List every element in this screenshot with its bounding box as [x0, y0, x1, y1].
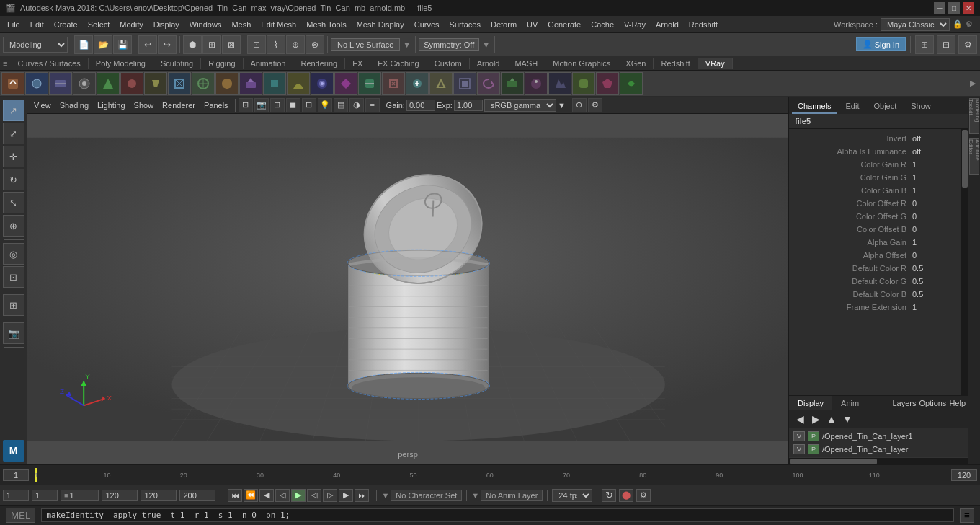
vp-icon-fog[interactable]: ≡ — [365, 98, 380, 112]
shelf-tab-motion-graphics[interactable]: Motion Graphics — [545, 58, 618, 69]
lasso-button[interactable]: ⊠ — [222, 35, 241, 54]
timeline-ruler[interactable]: 1102030405060708090100110120 — [0, 465, 980, 485]
close-button[interactable]: ✕ — [963, 2, 974, 14]
modeling-mode-dropdown[interactable]: Modeling — [3, 37, 68, 53]
maximize-button[interactable]: □ — [948, 2, 960, 14]
attributes-scrollbar[interactable] — [961, 129, 968, 395]
vp-icon-shadow[interactable]: ▤ — [334, 98, 348, 112]
live-surface-button[interactable]: No Live Surface — [331, 38, 400, 51]
scale-tool-button[interactable]: ⤡ — [3, 192, 24, 213]
select-tool-button[interactable]: ↗ — [3, 100, 24, 121]
range-end-input[interactable] — [141, 490, 177, 501]
shelf-icon-5[interactable] — [97, 72, 120, 95]
shelf-icon-18[interactable] — [406, 72, 429, 95]
shelf-icon-1[interactable] — [1, 72, 24, 95]
shelf-tab-custom[interactable]: Custom — [427, 58, 470, 69]
attr-value[interactable]: 1 — [912, 238, 956, 247]
menu-redshift[interactable]: Redshift — [685, 19, 722, 30]
command-input[interactable] — [41, 508, 954, 522]
minimize-button[interactable]: ─ — [934, 2, 945, 14]
menu-mesh[interactable]: Mesh — [227, 19, 255, 30]
fps-dropdown[interactable]: 24 fps 25 fps 30 fps — [552, 489, 592, 502]
vp-menu-renderer[interactable]: Renderer — [159, 100, 199, 110]
select-by-hierarchy-button[interactable]: ⬢ — [183, 35, 202, 54]
snap-curve-button[interactable]: ⌇ — [267, 35, 285, 54]
layer-back-button[interactable]: ◀ — [793, 412, 806, 425]
attr-value[interactable]: 0 — [912, 225, 956, 234]
vp-menu-panels[interactable]: Panels — [200, 100, 232, 110]
show-manipulator-button[interactable]: ⊞ — [3, 294, 24, 316]
menu-mesh-display[interactable]: Mesh Display — [352, 19, 409, 30]
shelf-tab-rigging[interactable]: Rigging — [201, 58, 243, 69]
next-key-button[interactable]: ▶ — [339, 489, 353, 502]
menu-uv[interactable]: UV — [522, 19, 542, 30]
rp-tab-show[interactable]: Show — [905, 100, 937, 114]
gamma-arrow[interactable]: ▼ — [558, 101, 566, 110]
shelf-icon-7[interactable] — [144, 72, 167, 95]
shelf-icon-17[interactable] — [382, 72, 405, 95]
symmetry-button[interactable]: Symmetry: Off — [419, 38, 479, 51]
layer-up-button[interactable]: ▲ — [825, 412, 838, 425]
layer-horizontal-scrollbar[interactable] — [789, 457, 968, 464]
menu-surfaces[interactable]: Surfaces — [445, 19, 485, 30]
layer-2-visibility[interactable]: V — [793, 444, 805, 454]
shelf-tab-animation[interactable]: Animation — [244, 58, 294, 69]
anim-layer-arrow[interactable]: ▼ — [471, 491, 479, 500]
menu-select[interactable]: Select — [84, 19, 115, 30]
shelf-icon-13[interactable] — [287, 72, 310, 95]
mel-python-toggle[interactable]: MEL — [6, 508, 35, 523]
rp-tab-object[interactable]: Object — [868, 100, 902, 114]
attr-value[interactable]: 1 — [912, 173, 956, 182]
menu-curves[interactable]: Curves — [410, 19, 444, 30]
shelf-tab-poly-modeling[interactable]: Poly Modeling — [89, 58, 153, 69]
vp-icon-wire[interactable]: ⊞ — [270, 98, 285, 112]
menu-generate[interactable]: Generate — [543, 19, 585, 30]
attr-value[interactable]: 0.5 — [912, 290, 956, 299]
shelf-icon-8[interactable] — [168, 72, 191, 95]
shelf-icon-19[interactable] — [429, 72, 453, 95]
attr-value[interactable]: 0.5 — [912, 277, 956, 286]
symmetry-arrow[interactable]: ▼ — [481, 40, 491, 49]
current-frame-ruler-input[interactable] — [3, 469, 29, 481]
layer-1-visibility[interactable]: V — [793, 431, 805, 441]
layer-1-playback[interactable]: P — [808, 431, 819, 441]
camera-tools-button[interactable]: 📷 — [3, 322, 24, 344]
menu-edit-mesh[interactable]: Edit Mesh — [257, 19, 300, 30]
rp-tab-channels[interactable]: Channels — [792, 100, 837, 114]
redo-button[interactable]: ↪ — [158, 35, 177, 54]
play-forward-button[interactable]: ▶ — [291, 489, 306, 502]
menu-display[interactable]: Display — [149, 19, 184, 30]
shelf-icon-9[interactable] — [192, 72, 215, 95]
status-settings-button[interactable]: ≡ — [960, 508, 974, 523]
frame-start-input[interactable] — [3, 490, 29, 501]
attr-value[interactable]: 1 — [912, 160, 956, 169]
layer-tab-anim[interactable]: Anim — [832, 396, 868, 410]
menu-cache[interactable]: Cache — [587, 19, 618, 30]
shelf-icon-12[interactable] — [263, 72, 286, 95]
vp-icon-ao[interactable]: ◑ — [349, 98, 364, 112]
shelf-tab-mash[interactable]: MASH — [507, 58, 545, 69]
transform-tool-button[interactable]: ⊕ — [3, 215, 24, 237]
attributes-scroll[interactable]: Invert off Alpha Is Luminance off Color … — [789, 129, 961, 395]
vp-menu-lighting[interactable]: Lighting — [94, 100, 129, 110]
shelf-icon-14[interactable] — [311, 72, 334, 95]
shelf-tab-redshift[interactable]: Redshift — [654, 58, 698, 69]
menu-file[interactable]: File — [3, 19, 24, 30]
anim-end-input[interactable] — [102, 490, 138, 501]
shelf-icon-27[interactable] — [620, 72, 643, 95]
shelf-tab-fx[interactable]: FX — [345, 58, 370, 69]
soft-select-button[interactable]: ◎ — [3, 243, 24, 265]
shelf-icon-15[interactable] — [334, 72, 357, 95]
attribute-editor-tab[interactable]: Attribute Editor — [969, 138, 979, 175]
shelf-settings-icon[interactable]: ≡ — [3, 59, 7, 68]
modeling-toolkit-tab[interactable]: Modeling Toolkit — [969, 98, 979, 134]
shelf-icon-26[interactable] — [596, 72, 619, 95]
shelf-tab-sculpting[interactable]: Sculpting — [153, 58, 201, 69]
settings-icon[interactable]: ⚙ — [966, 19, 973, 29]
snap-surface-button[interactable]: ⊗ — [306, 35, 324, 54]
shelf-icon-6[interactable] — [120, 72, 143, 95]
open-scene-button[interactable]: 📂 — [94, 35, 112, 54]
rp-tab-edit[interactable]: Edit — [839, 100, 865, 114]
vp-menu-shading[interactable]: Shading — [56, 100, 92, 110]
render-settings-button[interactable]: ⚙ — [958, 35, 977, 54]
